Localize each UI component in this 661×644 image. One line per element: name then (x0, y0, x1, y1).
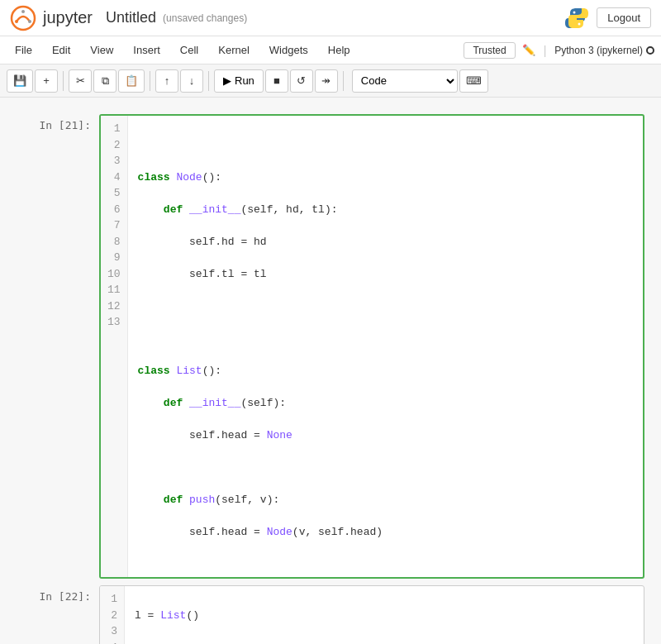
cell-1-code-area: 12345 678910 111213 class Node(): def __… (101, 116, 643, 577)
code-line-8: class List(): (138, 363, 633, 379)
code-line-11 (138, 460, 633, 476)
unsaved-indicator: (unsaved changes) (163, 12, 247, 24)
cell-2-code-area: 123456 l = List() l.push(1) l.push(2) l.… (100, 586, 644, 644)
code-line-6 (138, 298, 633, 315)
move-cell-down-button[interactable]: ↓ (180, 69, 203, 93)
header: jupyter Untitled (unsaved changes) Logou… (0, 0, 661, 36)
move-cell-up-button[interactable]: ↑ (155, 69, 178, 93)
restart-kernel-button[interactable]: ↺ (290, 69, 313, 93)
code-line-2: class Node(): (138, 169, 633, 186)
code-line-c2-1: l = List() (135, 608, 634, 624)
menu-edit[interactable]: Edit (44, 41, 78, 60)
kernel-name-label: Python 3 (ipykernel) (554, 45, 643, 56)
divider-line: | (544, 44, 547, 57)
notebook-area: In [21]: 12345 678910 111213 class Node(… (0, 98, 661, 644)
code-line-13: self.head = Node(v, self.head) (138, 524, 633, 541)
pencil-icon[interactable]: ✏️ (522, 44, 535, 56)
python-logo-icon (564, 5, 590, 31)
run-icon: ▶ (223, 74, 231, 87)
menu-kernel[interactable]: Kernel (210, 41, 258, 60)
header-right: Logout (564, 5, 651, 31)
cell-label-2: In [22]: (17, 585, 99, 603)
cell-type-select[interactable]: Code Markdown Raw NBConvert Heading (352, 69, 458, 93)
kernel-status-circle (646, 46, 654, 55)
paste-cell-button[interactable]: 📋 (118, 69, 145, 93)
jupyter-wordmark: jupyter (43, 8, 93, 27)
cell-1[interactable]: 12345 678910 111213 class Node(): def __… (99, 114, 644, 579)
keyboard-shortcuts-icon[interactable]: ⌨ (459, 69, 488, 93)
toolbar-separator-3 (208, 71, 209, 91)
cell-1-line-numbers: 12345 678910 111213 (101, 116, 128, 577)
menu-view[interactable]: View (82, 41, 121, 60)
copy-cell-button[interactable]: ⧉ (93, 69, 117, 93)
trusted-area: Trusted ✏️ | Python 3 (ipykernel) (464, 42, 654, 59)
logout-button[interactable]: Logout (597, 7, 651, 28)
menubar: File Edit View Insert Cell Kernel Widget… (0, 36, 661, 64)
svg-point-1 (15, 20, 18, 23)
svg-point-5 (578, 22, 581, 25)
save-button[interactable]: 💾 (7, 69, 33, 93)
cell-1-code-content[interactable]: class Node(): def __init__(self, hd, tl)… (128, 116, 643, 577)
cell-2-line-numbers: 123456 (100, 586, 125, 644)
toolbar-separator-4 (343, 71, 344, 91)
toolbar-separator-2 (150, 71, 150, 91)
svg-point-4 (573, 11, 576, 13)
code-line-4: self.hd = hd (138, 234, 633, 250)
run-button[interactable]: ▶ Run (214, 69, 264, 93)
cell-wrapper-1: In [21]: 12345 678910 111213 class Node(… (0, 114, 661, 579)
run-label: Run (235, 74, 254, 87)
header-left: jupyter Untitled (unsaved changes) (10, 5, 247, 31)
menu-widgets[interactable]: Widgets (261, 41, 316, 60)
jupyter-logo-icon (10, 5, 36, 31)
cell-wrapper-2: In [22]: 123456 l = List() l.push(1) l.p… (0, 585, 661, 644)
menu-insert[interactable]: Insert (125, 41, 169, 60)
insert-cell-below-button[interactable]: + (35, 69, 58, 93)
kernel-info: Python 3 (ipykernel) (554, 45, 654, 56)
trusted-button[interactable]: Trusted (464, 42, 515, 59)
menu-cell[interactable]: Cell (172, 41, 207, 60)
cell-label-1: In [21]: (17, 114, 99, 131)
toolbar-separator-1 (63, 71, 64, 91)
code-line-1 (138, 137, 633, 154)
notebook-title[interactable]: Untitled (106, 9, 156, 26)
code-line-9: def __init__(self): (138, 395, 633, 412)
svg-point-3 (21, 10, 25, 13)
cell-2[interactable]: 123456 l = List() l.push(1) l.push(2) l.… (99, 585, 644, 644)
code-line-10: self.head = None (138, 427, 633, 444)
menu-file[interactable]: File (7, 41, 40, 60)
code-line-7 (138, 331, 633, 347)
restart-run-all-button[interactable]: ↠ (315, 69, 338, 93)
cut-cell-button[interactable]: ✂ (69, 69, 92, 93)
code-line-3: def __init__(self, hd, tl): (138, 202, 633, 218)
menu-help[interactable]: Help (320, 41, 359, 60)
code-line-c2-2 (135, 640, 634, 645)
svg-point-2 (28, 20, 31, 23)
cell-2-code-content[interactable]: l = List() l.push(1) l.push(2) l.push(3) (125, 586, 644, 644)
interrupt-kernel-button[interactable]: ■ (265, 69, 288, 93)
toolbar: 💾 + ✂ ⧉ 📋 ↑ ↓ ▶ Run ■ ↺ ↠ Code Markdown … (0, 64, 661, 98)
code-line-5: self.tl = tl (138, 266, 633, 283)
code-line-12: def push(self, v): (138, 492, 633, 508)
